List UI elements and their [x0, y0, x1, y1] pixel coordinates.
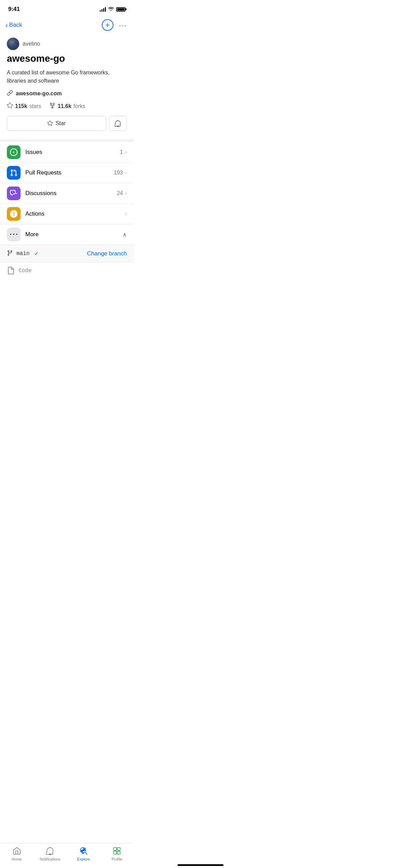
nav-bar: ‹ Back ··· — [0, 16, 134, 34]
chevron-right-icon: › — [125, 190, 127, 196]
back-button[interactable]: ‹ Back — [5, 22, 22, 28]
avatar — [7, 38, 19, 50]
forks-label: forks — [73, 103, 85, 109]
repo-website[interactable]: awesome-go.com — [16, 91, 62, 97]
pull-requests-item[interactable]: Pull Requests 193 › — [0, 162, 134, 183]
discussions-count: 24 — [117, 190, 123, 196]
star-label: Star — [56, 120, 65, 126]
signal-icon — [100, 7, 106, 12]
watch-button[interactable] — [109, 116, 127, 131]
branch-icon — [7, 250, 13, 257]
status-time: 9:41 — [8, 6, 20, 13]
wifi-icon — [108, 6, 114, 12]
code-filename: Code — [19, 268, 32, 274]
issues-item[interactable]: Issues 1 › — [0, 142, 134, 162]
back-label: Back — [9, 22, 22, 28]
issues-label: Issues — [25, 149, 120, 156]
pr-count: 193 — [114, 170, 123, 176]
change-branch-button[interactable]: Change branch — [87, 250, 127, 257]
chevron-right-icon: › — [125, 211, 127, 217]
branch-left: main ✓ — [7, 250, 38, 257]
discussions-label: Discussions — [25, 190, 117, 197]
add-button[interactable] — [102, 19, 113, 31]
more-item[interactable]: More ∧ — [0, 224, 134, 245]
actions-icon-wrap — [7, 207, 21, 221]
status-icons — [100, 6, 125, 12]
pr-label: Pull Requests — [25, 169, 114, 176]
actions-label: Actions — [25, 210, 123, 217]
repo-header: avelino awesome-go A curated list of awe… — [0, 34, 134, 139]
code-partial-row: Code — [0, 262, 134, 279]
branch-section: main ✓ Change branch — [0, 245, 134, 262]
star-icon — [7, 103, 13, 110]
fork-icon — [49, 103, 56, 110]
stats-row: 115k stars 11.6k forks — [7, 103, 127, 110]
repo-link-row: awesome-go.com — [7, 90, 127, 98]
repo-name: awesome-go — [7, 53, 127, 64]
link-icon — [7, 90, 13, 98]
action-buttons: Star — [7, 116, 127, 131]
stars-count: 115k — [15, 103, 27, 109]
issues-icon-wrap — [7, 145, 21, 159]
stars-stat: 115k stars — [7, 103, 41, 110]
chevron-up-icon: ∧ — [123, 231, 127, 238]
more-icon-wrap — [7, 228, 21, 241]
star-button[interactable]: Star — [7, 116, 106, 131]
branch-verified-icon: ✓ — [34, 251, 38, 256]
status-bar: 9:41 — [0, 0, 134, 16]
stars-label: stars — [29, 103, 41, 109]
forks-stat: 11.6k forks — [49, 103, 85, 110]
owner-name: avelino — [23, 41, 40, 47]
more-button[interactable]: ··· — [119, 21, 127, 29]
discussions-item[interactable]: Discussions 24 › — [0, 183, 134, 204]
repo-description: A curated list of awesome Go frameworks,… — [7, 69, 127, 85]
more-label: More — [25, 231, 123, 238]
actions-item[interactable]: Actions › — [0, 204, 134, 224]
file-icon — [7, 267, 15, 275]
owner-row: avelino — [7, 38, 127, 50]
battery-icon — [116, 7, 125, 12]
chevron-right-icon: › — [125, 149, 127, 155]
issues-count: 1 — [120, 149, 123, 155]
pr-icon-wrap — [7, 166, 21, 180]
forks-count: 11.6k — [58, 103, 71, 109]
section-divider — [0, 139, 134, 142]
discussions-icon-wrap — [7, 186, 21, 200]
chevron-left-icon: ‹ — [5, 22, 8, 28]
chevron-right-icon: › — [125, 170, 127, 176]
nav-actions: ··· — [102, 19, 127, 31]
menu-list: Issues 1 › Pull Requests 193 › Discussio… — [0, 142, 134, 245]
branch-name: main — [16, 251, 29, 257]
